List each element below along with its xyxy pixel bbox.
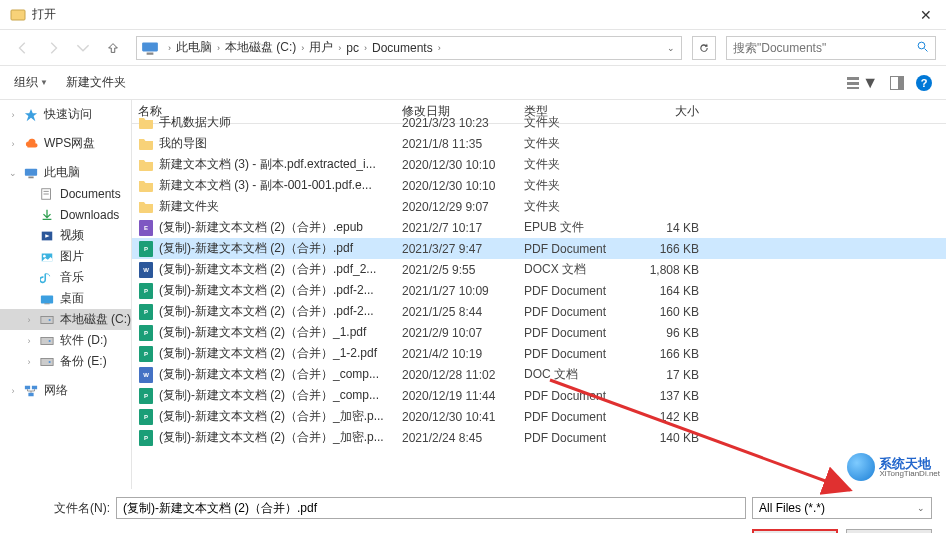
sidebar-item[interactable]: ›本地磁盘 (C:) bbox=[0, 309, 131, 330]
file-date: 2020/12/30 10:10 bbox=[402, 179, 524, 193]
crumb-dropdown[interactable]: ⌄ bbox=[661, 43, 681, 53]
file-type: 文件夹 bbox=[524, 177, 639, 194]
file-date: 2020/12/30 10:41 bbox=[402, 410, 524, 424]
window-title: 打开 bbox=[32, 6, 906, 23]
search-input[interactable] bbox=[733, 41, 917, 55]
file-row[interactable]: E(复制)-新建文本文档 (2)（合并）.epub2021/2/7 10:17E… bbox=[132, 217, 946, 238]
file-type: 文件夹 bbox=[524, 114, 639, 131]
sidebar-wps[interactable]: › WPS网盘 bbox=[0, 133, 131, 154]
sidebar-item[interactable]: 桌面 bbox=[0, 288, 131, 309]
preview-pane-button[interactable] bbox=[890, 76, 904, 90]
svg-rect-7 bbox=[847, 87, 859, 89]
sidebar-item[interactable]: 音乐 bbox=[0, 267, 131, 288]
file-row[interactable]: P(复制)-新建文本文档 (2)（合并）_comp...2020/12/19 1… bbox=[132, 385, 946, 406]
nav-back-button[interactable] bbox=[10, 35, 36, 61]
file-row[interactable]: P(复制)-新建文本文档 (2)（合并）_1-2.pdf2021/4/2 10:… bbox=[132, 343, 946, 364]
cancel-button[interactable]: 取消 bbox=[846, 529, 932, 533]
file-row[interactable]: P(复制)-新建文本文档 (2)（合并）.pdf2021/3/27 9:47PD… bbox=[132, 238, 946, 259]
file-row[interactable]: P(复制)-新建文本文档 (2)（合并）_1.pdf2021/2/9 10:07… bbox=[132, 322, 946, 343]
file-row[interactable]: 新建文本文档 (3) - 副本-001-001.pdf.e...2020/12/… bbox=[132, 175, 946, 196]
new-folder-button[interactable]: 新建文件夹 bbox=[66, 74, 126, 91]
file-type: PDF Document bbox=[524, 410, 639, 424]
breadcrumb-bar[interactable]: › 此电脑 › 本地磁盘 (C:) › 用户 › pc › Documents … bbox=[136, 36, 682, 60]
sidebar-item[interactable]: 图片 bbox=[0, 246, 131, 267]
organize-menu[interactable]: 组织▼ bbox=[14, 74, 48, 91]
file-row[interactable]: P(复制)-新建文本文档 (2)（合并）.pdf-2...2021/1/25 8… bbox=[132, 301, 946, 322]
crumb-seg[interactable]: pc bbox=[346, 41, 359, 55]
file-list[interactable]: 手机数据大师2021/3/23 10:23文件夹我的导图2021/1/8 11:… bbox=[132, 112, 946, 489]
sidebar-quick-access[interactable]: › 快速访问 bbox=[0, 104, 131, 125]
chevron-down-icon: ▼ bbox=[862, 74, 878, 92]
file-type: PDF Document bbox=[524, 326, 639, 340]
filename-input[interactable] bbox=[116, 497, 746, 519]
file-date: 2021/1/8 11:35 bbox=[402, 137, 524, 151]
star-icon bbox=[23, 107, 39, 123]
close-button[interactable]: ✕ bbox=[906, 0, 946, 30]
file-type: PDF Document bbox=[524, 242, 639, 256]
view-mode-button[interactable]: ▼ bbox=[846, 74, 878, 92]
open-button[interactable]: 打开(O) ▾ bbox=[752, 529, 838, 533]
refresh-button[interactable] bbox=[692, 36, 716, 60]
nav-up-button[interactable] bbox=[100, 35, 126, 61]
file-name: (复制)-新建文本文档 (2)（合并）.pdf-2... bbox=[159, 282, 402, 299]
file-name: (复制)-新建文本文档 (2)（合并）_comp... bbox=[159, 366, 402, 383]
file-row[interactable]: P(复制)-新建文本文档 (2)（合并）.pdf-2...2021/1/27 1… bbox=[132, 280, 946, 301]
file-type: 文件夹 bbox=[524, 198, 639, 215]
pc-icon bbox=[141, 39, 159, 57]
file-row[interactable]: P(复制)-新建文本文档 (2)（合并）_加密.p...2020/12/30 1… bbox=[132, 406, 946, 427]
file-size: 166 KB bbox=[639, 347, 709, 361]
file-name: (复制)-新建文本文档 (2)（合并）_comp... bbox=[159, 387, 402, 404]
filename-label: 文件名(N): bbox=[54, 500, 110, 517]
file-row[interactable]: 我的导图2021/1/8 11:35文件夹 bbox=[132, 133, 946, 154]
sidebar: › 快速访问 › WPS网盘 ⌄ 此电脑 DocumentsDownloads视… bbox=[0, 100, 132, 489]
file-name: (复制)-新建文本文档 (2)（合并）.pdf-2... bbox=[159, 303, 402, 320]
svg-rect-29 bbox=[32, 385, 37, 389]
search-box[interactable] bbox=[726, 36, 936, 60]
sidebar-item[interactable]: ›软件 (D:) bbox=[0, 330, 131, 351]
sidebar-network[interactable]: › 网络 bbox=[0, 380, 131, 401]
file-row[interactable]: W(复制)-新建文本文档 (2)（合并）.pdf_2...2021/2/5 9:… bbox=[132, 259, 946, 280]
file-list-area: 名称 修改日期 类型 大小 手机数据大师2021/3/23 10:23文件夹我的… bbox=[132, 100, 946, 489]
sidebar-item[interactable]: Documents bbox=[0, 183, 131, 204]
crumb-seg[interactable]: 本地磁盘 (C:) bbox=[225, 39, 296, 56]
svg-line-4 bbox=[925, 48, 928, 51]
file-date: 2021/3/27 9:47 bbox=[402, 242, 524, 256]
svg-marker-10 bbox=[25, 108, 37, 120]
file-row[interactable]: 手机数据大师2021/3/23 10:23文件夹 bbox=[132, 112, 946, 133]
file-size: 166 KB bbox=[639, 242, 709, 256]
crumb-seg[interactable]: 此电脑 bbox=[176, 39, 212, 56]
crumb-seg[interactable]: Documents bbox=[372, 41, 433, 55]
sidebar-item[interactable]: ›备份 (E:) bbox=[0, 351, 131, 372]
titlebar: 打开 ✕ bbox=[0, 0, 946, 30]
file-row[interactable]: W(复制)-新建文本文档 (2)（合并）_comp...2020/12/28 1… bbox=[132, 364, 946, 385]
file-size: 140 KB bbox=[639, 431, 709, 445]
file-type: 文件夹 bbox=[524, 135, 639, 152]
doc-icon: W bbox=[138, 367, 154, 383]
collapse-icon: ⌄ bbox=[8, 168, 18, 178]
folder-icon bbox=[138, 157, 154, 173]
navbar: › 此电脑 › 本地磁盘 (C:) › 用户 › pc › Documents … bbox=[0, 30, 946, 66]
file-row[interactable]: 新建文件夹2020/12/29 9:07文件夹 bbox=[132, 196, 946, 217]
filetype-select[interactable]: All Files (*.*) ⌄ bbox=[752, 497, 932, 519]
pdf-icon: P bbox=[138, 409, 154, 425]
file-name: (复制)-新建文本文档 (2)（合并）_1.pdf bbox=[159, 324, 402, 341]
file-size: 142 KB bbox=[639, 410, 709, 424]
file-name: (复制)-新建文本文档 (2)（合并）_1-2.pdf bbox=[159, 345, 402, 362]
crumb-seg[interactable]: 用户 bbox=[309, 39, 333, 56]
sidebar-this-pc[interactable]: ⌄ 此电脑 bbox=[0, 162, 131, 183]
nav-forward-button[interactable] bbox=[40, 35, 66, 61]
toolbar: 组织▼ 新建文件夹 ▼ ? bbox=[0, 66, 946, 100]
app-icon bbox=[10, 7, 26, 23]
file-row[interactable]: P(复制)-新建文本文档 (2)（合并）_加密.p...2021/2/24 8:… bbox=[132, 427, 946, 448]
file-date: 2020/12/28 11:02 bbox=[402, 368, 524, 382]
help-button[interactable]: ? bbox=[916, 75, 932, 91]
sidebar-item[interactable]: Downloads bbox=[0, 204, 131, 225]
file-type: PDF Document bbox=[524, 284, 639, 298]
nav-recent-dropdown[interactable] bbox=[70, 35, 96, 61]
item-icon bbox=[39, 270, 55, 286]
sidebar-item[interactable]: 视频 bbox=[0, 225, 131, 246]
file-row[interactable]: 新建文本文档 (3) - 副本.pdf.extracted_i...2020/1… bbox=[132, 154, 946, 175]
svg-rect-11 bbox=[25, 168, 37, 175]
svg-rect-5 bbox=[847, 77, 859, 80]
svg-rect-28 bbox=[25, 385, 30, 389]
